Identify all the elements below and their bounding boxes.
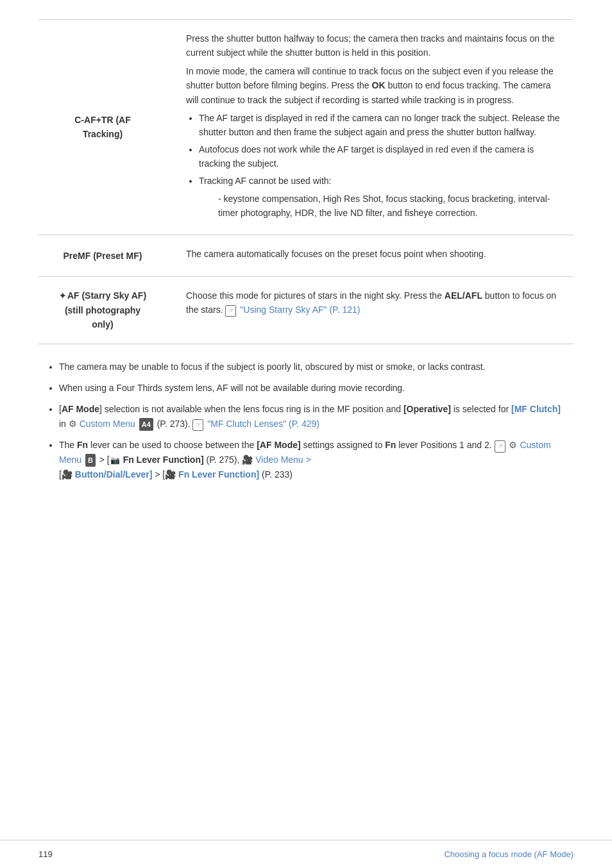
badge-b: B	[85, 454, 96, 467]
af-mode-label: AF Mode	[62, 404, 99, 414]
starry-label-text: ✦AF (Starry Sky AF)(still photographyonl…	[59, 290, 146, 330]
gear-icon: ⚙	[69, 417, 77, 431]
caf-bullet-list: The AF target is displayed in red if the…	[199, 111, 561, 221]
book-icon-mf: ☞	[192, 419, 203, 431]
starry-link[interactable]: "Using Starry Sky AF" (P. 121)	[240, 305, 360, 315]
note-1: The camera may be unable to focus if the…	[59, 360, 567, 374]
row-desc-caf: Press the shutter button halfway to focu…	[167, 20, 574, 235]
starry-para1: Choose this mode for pictures of stars i…	[186, 288, 561, 317]
caf-dash-1: keystone compensation, High Res Shot, fo…	[218, 192, 561, 221]
button-dial-label[interactable]: 🎥 Button/Dial/Lever]	[62, 469, 152, 480]
caf-label-text: C-AF+TR (AFTracking)	[74, 115, 131, 139]
row-desc-starry: Choose this mode for pictures of stars i…	[167, 277, 574, 344]
note-2: When using a Four Thirds system lens, AF…	[59, 381, 567, 396]
gear-icon-2: ⚙	[509, 438, 517, 453]
mf-clutch-lenses-link[interactable]: "MF Clutch Lenses" (P. 429)	[207, 419, 319, 429]
mf-clutch-label[interactable]: [MF Clutch]	[511, 404, 561, 414]
operative-label: [Operative]	[404, 404, 451, 414]
premf-label-text: PreMF (Preset MF)	[64, 251, 142, 261]
table-row: PreMF (Preset MF) The camera automatical…	[38, 235, 574, 276]
book-ref-icon: ☞	[225, 305, 236, 317]
af-mode-bold: [AF Mode]	[257, 440, 300, 450]
row-label-premf: PreMF (Preset MF)	[38, 235, 167, 276]
main-table: C-AF+TR (AFTracking) Press the shutter b…	[38, 19, 574, 344]
table-row: C-AF+TR (AFTracking) Press the shutter b…	[38, 20, 574, 235]
caf-bullet-3: Tracking AF cannot be used with: keyston…	[199, 174, 561, 221]
row-desc-premf: The camera automatically focuses on the …	[167, 235, 574, 276]
notes-list: The camera may be unable to focus if the…	[59, 360, 567, 483]
fn-lever-function-label: Fn Lever Function]	[123, 455, 204, 465]
fn-lever-function-label-2[interactable]: 🎥 Fn Lever Function]	[165, 469, 259, 480]
custom-menu-link-a[interactable]: Custom Menu	[80, 419, 135, 429]
caf-bullet-1: The AF target is displayed in red if the…	[199, 111, 561, 140]
note-3: [AF Mode] selection is not available whe…	[59, 402, 567, 431]
premf-para1: The camera automatically focuses on the …	[186, 247, 561, 261]
chapter-title: Choosing a focus mode (AF Mode)	[444, 849, 574, 859]
notes-section: The camera may be unable to focus if the…	[38, 360, 574, 483]
book-icon-fn: ☞	[495, 440, 506, 453]
fn-lever-label: Fn	[77, 440, 88, 450]
note-1-text: The camera may be unable to focus if the…	[59, 362, 486, 372]
page-footer: 119 Choosing a focus mode (AF Mode)	[0, 840, 612, 868]
star-icon: ✦	[59, 290, 66, 303]
row-label-starry: ✦AF (Starry Sky AF)(still photographyonl…	[38, 277, 167, 344]
note-2-text: When using a Four Thirds system lens, AF…	[59, 383, 405, 393]
caf-para2: In movie mode, the camera will continue …	[186, 64, 561, 107]
note-4: The Fn lever can be used to choose betwe…	[59, 438, 567, 482]
page-content: C-AF+TR (AFTracking) Press the shutter b…	[0, 0, 612, 840]
video-menu-label[interactable]: 🎥 Video Menu >	[242, 455, 310, 465]
fn-bold2: Fn	[385, 440, 396, 450]
table-row: ✦AF (Starry Sky AF)(still photographyonl…	[38, 277, 574, 344]
caf-bullet-2: Autofocus does not work while the AF tar…	[199, 142, 561, 171]
page-number: 119	[38, 849, 53, 859]
badge-a4: A4	[139, 418, 153, 431]
caf-para1: Press the shutter button halfway to focu…	[186, 31, 561, 60]
caf-dash-list: keystone compensation, High Res Shot, fo…	[218, 192, 561, 221]
row-label-caf: C-AF+TR (AFTracking)	[38, 20, 167, 235]
